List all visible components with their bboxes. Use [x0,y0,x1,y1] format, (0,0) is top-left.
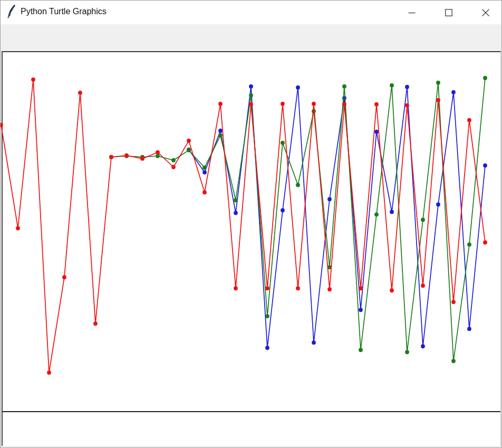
close-icon [481,8,490,17]
turtle-graphics-window: Python Turtle Graphics [0,0,502,448]
red-data-point [140,157,144,161]
red-data-point [312,102,316,106]
blue-data-point [359,308,363,312]
red-data-point [109,155,113,159]
green-data-point [202,165,207,170]
blue-data-point [312,340,316,345]
red-data-point [436,98,440,102]
red-data-point [265,286,269,290]
red-data-point [467,118,471,122]
blue-data-point [265,346,269,350]
blue-series [187,84,487,350]
title-bar[interactable]: Python Turtle Graphics [1,1,501,24]
red-data-point [281,102,285,106]
close-button[interactable] [470,1,501,24]
green-data-point [312,109,316,113]
green-data-point [421,218,425,222]
red-data-point [342,102,346,106]
red-series-line [1,80,485,373]
maximize-icon [445,8,453,17]
red-data-point [218,102,223,106]
green-data-point [390,83,394,87]
green-data-point [436,81,440,85]
green-data-point [467,242,471,247]
red-data-point [296,286,300,290]
green-data-point [218,133,223,138]
green-data-point [281,141,285,145]
blue-data-point [281,208,285,212]
red-data-point [421,284,425,288]
blue-data-point [421,344,425,348]
red-data-point [249,102,253,106]
red-data-point [405,103,409,108]
red-data-point [187,139,191,143]
red-data-point [1,123,3,127]
red-data-point [234,286,238,290]
green-data-point [483,76,487,80]
blue-data-point [436,202,440,207]
blue-data-point [405,85,409,89]
maximize-button[interactable] [433,1,465,24]
minimize-button[interactable] [396,1,428,24]
tk-feather-icon [7,4,16,19]
red-data-point [16,226,20,230]
green-data-point [359,348,363,352]
red-data-point [451,300,456,304]
blue-data-point [374,130,379,134]
green-data-point [451,359,456,363]
green-series-line [111,78,485,361]
green-data-point [342,84,346,89]
green-series [109,76,487,363]
window-title: Python Turtle Graphics [21,1,107,24]
green-data-point [296,183,300,187]
red-data-point [327,287,332,291]
red-data-point [62,275,66,279]
green-data-point [171,158,176,162]
green-data-point [156,154,160,158]
red-data-point [359,286,363,290]
red-data-point [78,91,82,95]
red-data-point [124,153,129,158]
window-bottom-edge [1,446,502,448]
blue-data-point [451,90,456,94]
minimize-icon [408,8,416,17]
blue-data-point [467,327,471,331]
green-data-point [405,350,409,354]
red-data-point [93,322,98,326]
green-data-point [374,212,379,217]
red-data-point [390,288,394,293]
green-data-point [249,93,253,98]
blue-data-point [249,84,253,89]
red-data-point [202,190,207,194]
chaos-plot [1,27,502,446]
blue-data-point [390,210,394,214]
green-data-point [234,198,238,202]
red-data-point [374,102,379,106]
blue-data-point [218,129,223,133]
blue-data-point [483,163,487,168]
red-series [1,77,487,375]
blue-data-point [327,197,332,201]
green-data-point [265,314,269,318]
green-data-point [187,148,191,152]
blue-data-point [296,85,300,90]
red-data-point [483,240,487,245]
red-data-point [47,371,51,375]
red-data-point [171,165,176,169]
red-data-point [156,150,160,154]
red-data-point [31,77,35,82]
blue-data-point [202,170,207,174]
blue-data-point [234,211,238,215]
